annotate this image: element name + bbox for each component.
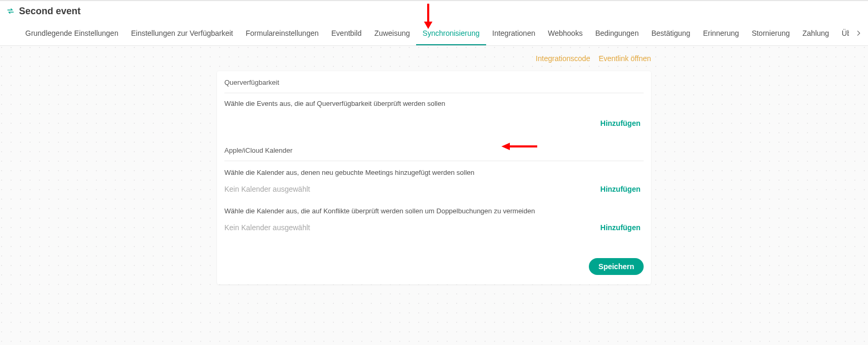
tabs-scroller: Grundlegende EinstellungenEinstellungen … [19,21,849,45]
tab-b[interactable]: Üb [835,21,849,45]
page-body: Integrationscode Eventlink öffnen Querve… [0,46,868,345]
event-title: Second event [19,6,81,17]
cross-availability-add-button[interactable]: Hinzufügen [597,117,644,130]
chevron-right-icon [855,29,862,37]
apple-add-calendar-help: Wähle die Kalender aus, denen neu gebuch… [224,169,644,176]
tabs-scroll-right[interactable] [851,21,866,45]
apple-conflict-calendar-help: Wähle die Kalender aus, die auf Konflikt… [224,207,644,215]
tab-zuweisung[interactable]: Zuweisung [368,21,417,45]
tab-synchronisierung[interactable]: Synchronisierung [416,21,486,45]
tab-bedingungen[interactable]: Bedingungen [589,21,645,45]
tab-webhooks[interactable]: Webhooks [541,21,589,45]
apple-add-calendar-empty: Kein Kalender ausgewählt [224,185,310,193]
apple-conflict-calendar-empty: Kein Kalender ausgewählt [224,223,310,232]
tab-eventbild[interactable]: Eventbild [325,21,368,45]
cross-availability-title: Querverfügbarkeit [224,78,644,93]
apple-icloud-title: Apple/iCloud Kalender [224,146,644,161]
tab-grundlegende-einstellungen[interactable]: Grundlegende Einstellungen [19,21,125,45]
open-event-link[interactable]: Eventlink öffnen [599,54,651,63]
tab-zahlung[interactable]: Zahlung [796,21,836,45]
svg-marker-3 [501,143,510,150]
apple-conflict-calendar-add-button[interactable]: Hinzufügen [597,221,644,234]
tab-integrationen[interactable]: Integrationen [486,21,542,45]
tab-best-tigung[interactable]: Bestätigung [645,21,697,45]
tab-formulareinstellungen[interactable]: Formulareinstellungen [240,21,326,45]
apple-add-calendar-add-button[interactable]: Hinzufügen [597,183,644,195]
tabs-bar: Grundlegende EinstellungenEinstellungen … [0,21,868,46]
tab-stornierung[interactable]: Stornierung [745,21,796,45]
integration-code-link[interactable]: Integrationscode [536,54,590,63]
event-header: Second event [0,0,868,21]
annotation-arrow-left [501,141,538,152]
save-button[interactable]: Speichern [589,258,644,275]
tab-erinnerung[interactable]: Erinnerung [697,21,746,45]
top-links: Integrationscode Eventlink öffnen [217,54,651,63]
swap-icon [6,7,15,15]
sync-card: Querverfügbarkeit Wähle die Events aus, … [217,71,651,284]
tab-einstellungen-zur-verf-gbarkeit[interactable]: Einstellungen zur Verfügbarkeit [125,21,240,45]
cross-availability-help: Wähle die Events aus, die auf Querverfüg… [224,100,644,107]
apple-icloud-title-text: Apple/iCloud Kalender [224,146,292,154]
